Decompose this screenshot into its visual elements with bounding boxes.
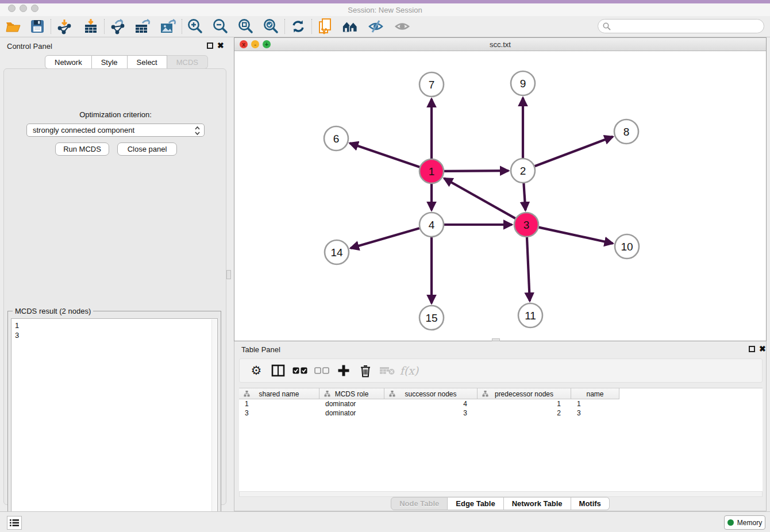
graph-node-11[interactable]: 11 [518,303,542,327]
table-cell[interactable]: 1 [239,399,319,408]
table-cell[interactable]: dominator [319,399,384,408]
graph-node-10[interactable]: 10 [615,234,639,259]
mcds-result-area[interactable]: 1 3 [11,318,218,526]
hide-graphics-details-button[interactable] [367,18,384,35]
task-history-button[interactable] [7,516,22,530]
result-scrollbar[interactable] [211,319,217,526]
checked-boxes-icon [292,367,307,374]
close-table-panel-icon[interactable]: ✖ [759,344,766,353]
edge-1-2[interactable] [444,171,509,171]
column-header-MCDS-role[interactable]: MCDS role [319,388,384,399]
open-folder-icon [5,19,21,34]
import-network-button[interactable] [56,18,73,35]
graph-node-1[interactable]: 1 [419,159,444,183]
tab-select[interactable]: Select [128,55,167,69]
network-clipboard-button[interactable] [317,18,334,35]
column-header-name[interactable]: name [571,388,619,399]
control-panel: Control Panel ✖ NetworkStyleSelectMCDS O… [0,37,230,508]
table-cell[interactable]: 4 [384,399,478,408]
deselect-all-rows-button[interactable] [311,362,333,379]
gear-icon: ⚙ [251,364,262,377]
vertical-splitter-handle[interactable] [226,270,231,279]
graph-node-7[interactable]: 7 [419,72,444,97]
search-input[interactable] [611,22,764,30]
memory-status-icon [727,519,734,526]
list-icon [10,519,19,527]
export-image-button[interactable] [160,18,177,35]
close-panel-button[interactable]: Close panel [117,142,177,156]
delete-row-button[interactable] [355,362,376,379]
criterion-select[interactable]: strongly connected component [26,124,205,137]
function-icon: f(x) [400,364,419,377]
graph-node-2[interactable]: 2 [511,159,535,183]
tab-mcds[interactable]: MCDS [167,55,208,69]
tab-style[interactable]: Style [92,55,128,69]
graph-node-9[interactable]: 9 [511,71,535,95]
open-session-button[interactable] [5,18,22,35]
float-table-panel-icon[interactable] [749,346,755,352]
close-panel-icon[interactable]: ✖ [217,41,224,50]
show-column-panel-button[interactable] [267,362,289,379]
zoom-out-button[interactable] [212,18,229,35]
table-cell[interactable]: 3 [384,408,478,418]
graph-node-6[interactable]: 6 [324,126,348,151]
table-horizontal-scrollbar[interactable] [239,491,763,497]
toolbar-separator [51,19,51,34]
show-graphics-details-button[interactable] [394,18,411,35]
table-row[interactable]: 3dominator323 [239,408,619,418]
import-table-button[interactable] [82,18,99,35]
zoom-in-icon [187,18,204,35]
graph-node-15[interactable]: 15 [419,306,444,330]
tab-edge-table[interactable]: Edge Table [448,497,503,510]
graph-node-3[interactable]: 3 [514,213,538,237]
column-header-predecessor-nodes[interactable]: predecessor nodes [478,388,571,399]
edge-3-11[interactable] [527,237,530,301]
run-mcds-button[interactable]: Run MCDS [55,142,109,156]
graph-node-8[interactable]: 8 [614,119,638,144]
graph-node-4[interactable]: 4 [419,213,444,237]
memory-button[interactable]: Memory [724,515,765,530]
edge-3-1[interactable] [444,178,515,218]
table-cell[interactable]: 2 [478,408,571,418]
zoom-fit-button[interactable] [237,18,255,35]
tab-network-table[interactable]: Network Table [504,497,571,510]
edge-2-8[interactable] [535,137,613,166]
add-row-button[interactable] [333,362,355,379]
mcds-result-box: MCDS result (2 nodes) 1 3 [7,311,221,529]
float-panel-icon[interactable] [207,43,213,49]
plus-icon [337,364,350,377]
refresh-view-button[interactable] [290,18,307,35]
zoom-selected-icon [263,18,280,35]
edge-3-10[interactable] [538,228,613,244]
network-window-titlebar[interactable]: x - + scc.txt [234,38,766,51]
table-settings-button[interactable]: ⚙ [245,362,267,379]
table-cell[interactable]: dominator [319,408,384,418]
export-table-button[interactable] [134,18,152,35]
mcds-result-text: 1 3 [15,321,19,340]
zoom-selected-button[interactable] [263,18,280,35]
table-cell[interactable]: 1 [571,399,619,408]
table-cell[interactable]: 3 [571,408,619,418]
table-row[interactable]: 1dominator411 [239,399,619,408]
graph-node-14[interactable]: 14 [325,240,349,264]
home-layout-button[interactable] [342,18,359,35]
select-all-rows-button[interactable] [289,362,311,379]
edge-2-3[interactable] [523,183,525,210]
search-box[interactable] [598,19,764,33]
column-header-shared-name[interactable]: shared name [239,388,319,399]
tab-node-table[interactable]: Node Table [391,497,448,510]
network-graph[interactable]: 7968124314101511 [234,51,766,341]
edge-4-14[interactable] [351,228,419,248]
tab-network[interactable]: Network [45,55,92,69]
svg-text:1: 1 [429,165,435,178]
table-cell[interactable]: 1 [478,399,571,408]
column-header-successor-nodes[interactable]: successor nodes [384,388,478,399]
export-network-button[interactable] [109,18,126,35]
zoom-in-button[interactable] [187,18,204,35]
save-disk-icon [30,19,45,34]
table-cell[interactable]: 3 [239,408,319,418]
table-toolbar: ⚙ [239,358,763,383]
save-session-button[interactable] [29,18,46,35]
tab-motifs[interactable]: Motifs [571,497,610,510]
edge-1-6[interactable] [350,143,420,167]
